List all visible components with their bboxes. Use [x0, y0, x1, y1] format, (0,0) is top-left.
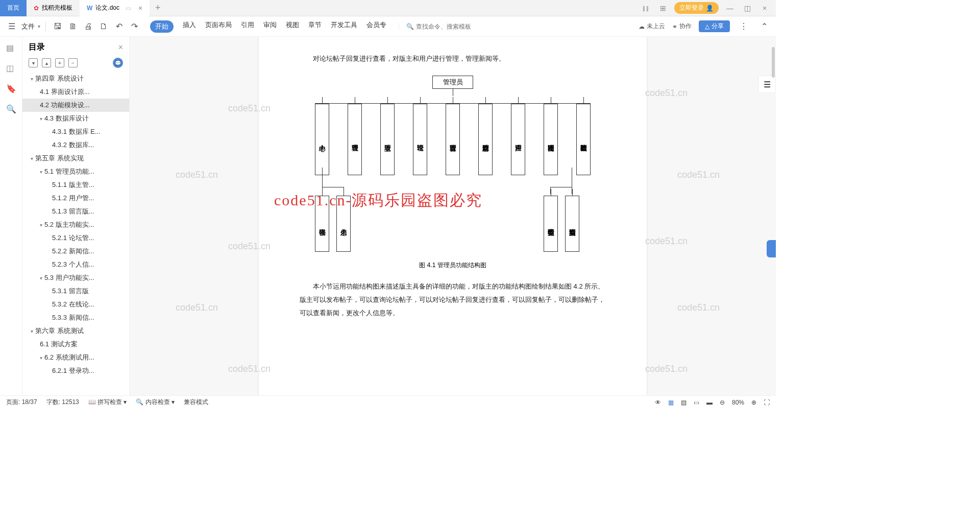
- close-window-icon[interactable]: ×: [758, 2, 771, 14]
- toc-item[interactable]: ▾4.3 数据库设计: [22, 112, 129, 125]
- cloud-status[interactable]: ☁ 未上云: [639, 22, 665, 31]
- diagram-box: 帖子类型管理: [544, 196, 558, 252]
- search-box[interactable]: 🔍: [399, 23, 487, 30]
- scrollbar[interactable]: [769, 37, 776, 400]
- more-icon[interactable]: ⋮: [737, 20, 750, 33]
- toc-item[interactable]: 4.3.1 数据库 E...: [22, 125, 129, 138]
- layout-icon[interactable]: ⫿⫿: [640, 2, 652, 14]
- undo-icon[interactable]: ↶: [112, 20, 126, 33]
- compat-mode[interactable]: 兼容模式: [184, 398, 208, 407]
- watermark: code51.cn: [228, 241, 271, 252]
- collapse-icon[interactable]: ⌃: [757, 20, 771, 33]
- toc-item[interactable]: 5.2.3 个人信...: [22, 258, 129, 271]
- toc-item[interactable]: ▾第六章 系统测试: [22, 324, 129, 338]
- toc-item[interactable]: 5.1.2 用户管...: [22, 192, 129, 205]
- diagram-box: 基础数据管理: [576, 104, 591, 175]
- diagram-box: 修改密码: [315, 196, 329, 252]
- toc-item[interactable]: ▾5.2 版主功能实...: [22, 218, 129, 231]
- word-count[interactable]: 字数: 12513: [46, 398, 79, 407]
- toc-item[interactable]: 4.3.2 数据库...: [22, 138, 129, 152]
- content-check[interactable]: 🔍 内容检查 ▾: [136, 398, 175, 407]
- remove-icon[interactable]: −: [68, 58, 78, 67]
- share-button[interactable]: △ 分享: [699, 20, 730, 32]
- apps-icon[interactable]: ⊞: [657, 2, 669, 14]
- outline-title: 目录: [29, 42, 45, 53]
- view-mode-3[interactable]: ▭: [694, 399, 699, 406]
- menu-start[interactable]: 开始: [150, 20, 174, 33]
- menu-member[interactable]: 会员专: [366, 20, 386, 33]
- toc-item[interactable]: 5.1.3 留言版...: [22, 205, 129, 218]
- tab-home[interactable]: 首页: [0, 0, 27, 16]
- tab-doc-label: 论文.doc: [95, 4, 119, 12]
- diagram-box: 留言版管理: [446, 104, 460, 175]
- view-mode-2[interactable]: ▤: [681, 399, 687, 406]
- ai-icon[interactable]: 💬: [113, 58, 123, 68]
- diagram-box: 个人中心: [315, 104, 329, 175]
- file-menu[interactable]: 文件: [20, 22, 36, 31]
- preview-icon[interactable]: 🗋: [97, 20, 110, 33]
- view-mode-4[interactable]: ▬: [706, 399, 713, 406]
- zoom-out[interactable]: ⊖: [720, 399, 725, 406]
- add-tab-button[interactable]: +: [150, 3, 166, 13]
- close-icon[interactable]: ×: [138, 4, 142, 12]
- collapse-all-icon[interactable]: ▾: [29, 58, 38, 67]
- menu-view[interactable]: 视图: [286, 20, 299, 33]
- toc-item[interactable]: 4.1 界面设计原...: [22, 85, 129, 99]
- toc-item[interactable]: 5.1.1 版主管...: [22, 178, 129, 192]
- menu-insert[interactable]: 插入: [183, 20, 196, 33]
- toc-item[interactable]: ▾5.1 管理员功能...: [22, 165, 129, 178]
- diagram-caption: 图 4.1 管理员功能结构图: [310, 261, 596, 270]
- print-icon[interactable]: 🖨: [82, 20, 95, 33]
- zoom-level[interactable]: 80%: [732, 399, 744, 406]
- search-side-icon[interactable]: 🔍: [6, 104, 16, 114]
- menu-review[interactable]: 审阅: [263, 20, 277, 33]
- menu-reference[interactable]: 引用: [241, 20, 254, 33]
- eye-icon[interactable]: 👁: [655, 399, 661, 406]
- search-icon: 🔍: [406, 23, 414, 30]
- diagram-root: 管理员: [432, 76, 473, 89]
- save-icon[interactable]: 🖫: [51, 20, 64, 33]
- menu-section[interactable]: 章节: [308, 20, 322, 33]
- toc-item[interactable]: 6.2.1 登录功...: [22, 364, 129, 377]
- view-mode-1[interactable]: ▦: [668, 399, 674, 406]
- menu-icon[interactable]: ☰: [5, 20, 18, 33]
- tab-document[interactable]: W 论文.doc ▭ ×: [80, 0, 150, 16]
- toc-item[interactable]: ▾第四章 系统设计: [22, 72, 129, 85]
- toc-item[interactable]: 5.2.2 新闻信...: [22, 245, 129, 258]
- minimize-icon[interactable]: —: [724, 2, 736, 14]
- add-icon[interactable]: +: [55, 58, 64, 67]
- toc-item[interactable]: ▾5.3 用户功能实...: [22, 271, 129, 285]
- maximize-icon[interactable]: ◫: [741, 2, 753, 14]
- page-status[interactable]: 页面: 18/37: [6, 398, 37, 407]
- redo-icon[interactable]: ↷: [128, 20, 141, 33]
- side-tab[interactable]: [767, 240, 776, 257]
- login-button[interactable]: 立即登录👤: [674, 2, 719, 14]
- spell-check[interactable]: 📖 拼写检查 ▾: [88, 398, 127, 407]
- zoom-in[interactable]: ⊕: [751, 399, 756, 406]
- nav-icon[interactable]: ◫: [6, 63, 16, 74]
- pin-icon[interactable]: ▭: [126, 5, 131, 12]
- toc-item[interactable]: 5.3.3 新闻信...: [22, 311, 129, 324]
- outline-icon[interactable]: ▤: [6, 43, 16, 53]
- menu-devtools[interactable]: 开发工具: [331, 20, 357, 33]
- tab-bar: 首页 ✿找稻壳模板 W 论文.doc ▭ × + ⫿⫿ ⊞ 立即登录👤 — ◫ …: [0, 0, 776, 16]
- toc-item[interactable]: ▾第五章 系统实现: [22, 152, 129, 165]
- bookmark-icon[interactable]: 🔖: [6, 84, 16, 94]
- toc-item[interactable]: 6.1 测试方案: [22, 338, 129, 351]
- collab-button[interactable]: ⚭ 协作: [672, 22, 692, 31]
- toc-item[interactable]: 5.3.1 留言版: [22, 285, 129, 298]
- diagram-box: 轮播图管理: [544, 104, 558, 175]
- export-icon[interactable]: 🗎: [66, 20, 80, 33]
- menu-tabs: 开始 插入 页面布局 引用 审阅 视图 章节 开发工具 会员专: [150, 20, 386, 33]
- tab-template[interactable]: ✿找稻壳模板: [27, 0, 80, 16]
- panel-close-icon[interactable]: ×: [118, 43, 123, 52]
- watermark: code51.cn: [176, 170, 218, 180]
- toc-item[interactable]: 5.2.1 论坛管...: [22, 231, 129, 245]
- toc-item[interactable]: 4.2 功能模块设...: [22, 99, 129, 112]
- expand-all-icon[interactable]: ▴: [42, 58, 51, 67]
- search-input[interactable]: [416, 23, 487, 30]
- toc-item[interactable]: ▾6.2 系统测试用...: [22, 351, 129, 364]
- document-area[interactable]: ☰ 对论坛帖子回复进行查看，对版主和用户进行管理，管理新闻等。 管理员 个人中心…: [130, 37, 776, 395]
- toc-item[interactable]: 5.3.2 在线论...: [22, 298, 129, 311]
- menu-layout[interactable]: 页面布局: [205, 20, 232, 33]
